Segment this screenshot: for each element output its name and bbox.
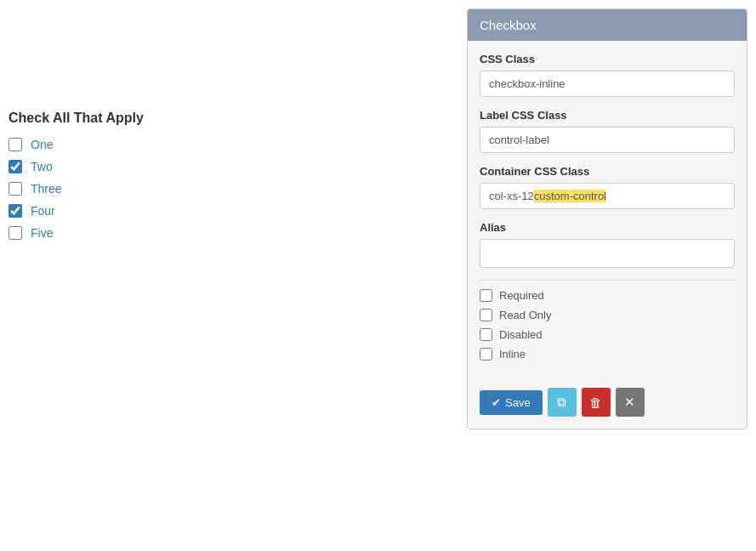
option-label[interactable]: Disabled bbox=[499, 328, 543, 341]
panel-footer: ✔ Save ⧉ 🗑 ✕ bbox=[468, 379, 747, 429]
option-item: Required bbox=[480, 289, 735, 302]
checkmark-icon: ✔ bbox=[492, 396, 501, 409]
options-container: RequiredRead OnlyDisabledInline bbox=[480, 289, 735, 361]
option-item: Inline bbox=[480, 348, 735, 361]
container-css-class-label: Container CSS Class bbox=[480, 165, 735, 178]
panel-body: CSS Class Label CSS Class Container CSS … bbox=[468, 41, 747, 379]
container-css-class-group: Container CSS Class col-xs-12 custom-con… bbox=[480, 165, 735, 209]
delete-button[interactable]: 🗑 bbox=[582, 388, 611, 417]
label-css-class-input[interactable] bbox=[480, 127, 735, 153]
close-button[interactable]: ✕ bbox=[616, 388, 645, 417]
checkbox-label[interactable]: Three bbox=[31, 182, 62, 196]
copy-button[interactable]: ⧉ bbox=[548, 388, 577, 417]
checkbox-label[interactable]: Two bbox=[31, 160, 53, 173]
checkbox-label[interactable]: Five bbox=[31, 226, 53, 240]
css-class-group: CSS Class bbox=[480, 53, 735, 97]
option-checkbox[interactable] bbox=[480, 289, 492, 302]
form-title: Check All That Apply bbox=[9, 111, 434, 126]
close-icon: ✕ bbox=[624, 395, 635, 410]
label-css-class-label: Label CSS Class bbox=[480, 109, 735, 122]
list-item: Two bbox=[9, 160, 434, 173]
checkboxes-list: OneTwoThreeFourFive bbox=[9, 138, 434, 240]
option-label[interactable]: Required bbox=[499, 289, 544, 302]
container-css-class-display: col-xs-12 custom-control bbox=[480, 183, 735, 209]
label-css-class-group: Label CSS Class bbox=[480, 109, 735, 153]
left-panel: Check All That Apply OneTwoThreeFourFive bbox=[0, 0, 451, 551]
checkbox-input[interactable] bbox=[9, 160, 22, 173]
option-item: Disabled bbox=[480, 328, 735, 341]
checkbox-input[interactable] bbox=[9, 204, 22, 218]
checkbox-label[interactable]: Four bbox=[31, 204, 55, 218]
option-item: Read Only bbox=[480, 309, 735, 321]
checkbox-label[interactable]: One bbox=[31, 138, 53, 151]
list-item: Four bbox=[9, 204, 434, 218]
option-checkbox[interactable] bbox=[480, 348, 492, 361]
list-item: One bbox=[9, 138, 434, 151]
copy-icon: ⧉ bbox=[557, 395, 566, 410]
trash-icon: 🗑 bbox=[589, 395, 602, 410]
list-item: Five bbox=[9, 226, 434, 240]
alias-input[interactable] bbox=[480, 239, 735, 268]
container-css-class-highlighted: custom-control bbox=[534, 190, 606, 202]
alias-group: Alias bbox=[480, 221, 735, 268]
panel-title: Checkbox bbox=[480, 18, 537, 32]
right-panel: Checkbox CSS Class Label CSS Class Conta… bbox=[467, 9, 747, 429]
option-checkbox[interactable] bbox=[480, 328, 492, 341]
panel-header: Checkbox bbox=[468, 9, 747, 41]
option-label[interactable]: Read Only bbox=[499, 309, 551, 321]
option-checkbox[interactable] bbox=[480, 309, 492, 321]
alias-label: Alias bbox=[480, 221, 735, 234]
css-class-label: CSS Class bbox=[480, 53, 735, 65]
container-css-class-plain: col-xs-12 bbox=[489, 190, 534, 202]
list-item: Three bbox=[9, 182, 434, 196]
checkbox-input[interactable] bbox=[9, 182, 22, 196]
save-label: Save bbox=[505, 396, 531, 409]
checkbox-input[interactable] bbox=[9, 138, 22, 151]
divider bbox=[480, 280, 735, 281]
css-class-input[interactable] bbox=[480, 71, 735, 97]
checkbox-input[interactable] bbox=[9, 226, 22, 240]
option-label[interactable]: Inline bbox=[499, 348, 526, 361]
save-button[interactable]: ✔ Save bbox=[480, 390, 543, 415]
